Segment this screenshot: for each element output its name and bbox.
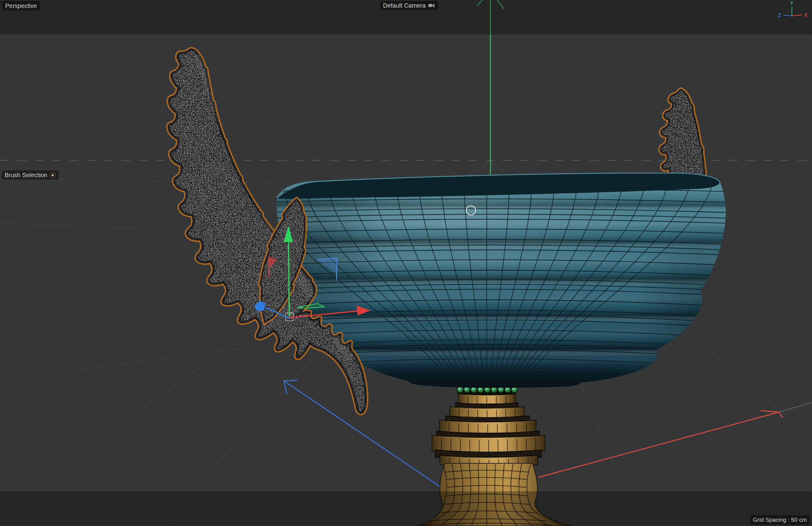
axis-triad[interactable]: Y Z X: [772, 1, 810, 21]
world-x-axis-line: [538, 411, 783, 477]
viewport-canvas: [0, 0, 812, 526]
triad-x-label: X: [804, 13, 808, 18]
grid-spacing-status: Grid Spacing : 50 cm: [750, 515, 810, 525]
triad-z-label: Z: [778, 13, 781, 18]
grid-spacing-text: Grid Spacing : 50 cm: [753, 516, 807, 524]
view-mode-text: Perspective: [5, 2, 37, 10]
viewport[interactable]: Perspective Default Camera Brush Selecti…: [0, 0, 812, 526]
camera-name-text: Default Camera: [383, 1, 426, 10]
tool-name-text: Brush Selection: [4, 171, 47, 179]
active-camera-label[interactable]: Default Camera: [380, 1, 438, 10]
brush-tool-icon: ▶: [49, 172, 56, 178]
stem-ring-stack: [432, 394, 545, 468]
active-tool-label[interactable]: Brush Selection ▶: [2, 170, 58, 180]
trophy-stem[interactable]: [411, 384, 571, 526]
view-mode-label[interactable]: Perspective: [2, 1, 40, 10]
selected-feather-right[interactable]: [659, 88, 707, 186]
camera-icon: [428, 3, 435, 8]
triad-y-label: Y: [790, 1, 794, 6]
world-y-axis-line: [477, 0, 504, 179]
